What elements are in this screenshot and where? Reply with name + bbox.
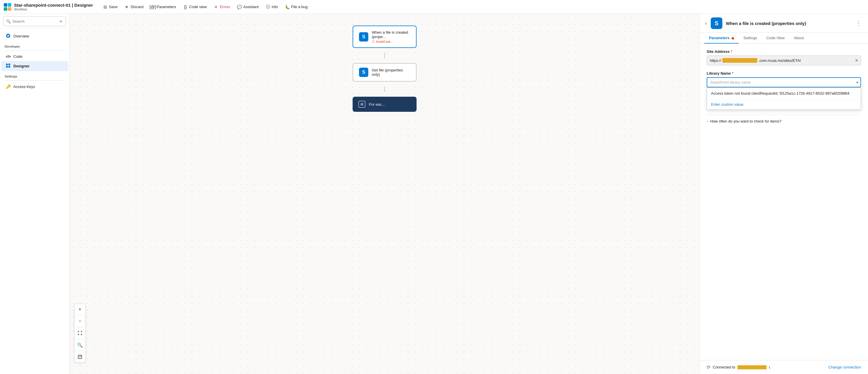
right-panel: › S When a file is created (properties o… <box>700 14 868 374</box>
developer-divider <box>5 50 65 51</box>
canvas-area: S When a file is created(prope... ⚠ Inva… <box>70 14 700 374</box>
sidebar-item-code[interactable]: </> Code <box>1 52 68 61</box>
tab-settings[interactable]: Settings <box>739 33 762 43</box>
sidebar-item-overview[interactable]: Overview <box>1 31 68 41</box>
svg-rect-8 <box>6 66 8 68</box>
connected-to-label: Connected to <box>713 365 735 369</box>
app-subtitle: Workflow <box>14 7 93 11</box>
svg-rect-6 <box>6 64 8 65</box>
toolbar: ⊟ Save ✕ Discard [@] Parameters {} Code … <box>100 3 311 11</box>
sidebar-item-overview-label: Overview <box>13 34 29 38</box>
site-address-required: * <box>731 49 732 54</box>
site-address-prefix: https:// <box>710 58 721 63</box>
svg-rect-7 <box>8 64 10 65</box>
for-each-icon: ⊞ <box>359 101 365 108</box>
panel-collapse-button[interactable]: › <box>704 20 707 27</box>
settings-section-header: Settings <box>0 71 69 79</box>
warning-text: Invalid par... <box>376 40 393 43</box>
trigger-node-icon: S <box>359 32 368 41</box>
save-icon: ⊟ <box>103 5 107 9</box>
code-view-button[interactable]: {} Code view <box>180 3 210 11</box>
panel-tabs: Parameters Settings Code View About <box>700 33 868 43</box>
developer-section-header: Developer <box>0 41 69 49</box>
file-bug-icon: 🐛 <box>285 5 289 9</box>
assistant-icon: 💬 <box>237 5 242 9</box>
panel-header: › S When a file is created (properties o… <box>700 14 868 33</box>
panel-content: Site Address * https:// .com.mcas.ms/sit… <box>700 43 868 360</box>
library-name-dropdown-wrapper: SharePoint library name ▾ Access token n… <box>707 77 861 88</box>
svg-rect-0 <box>4 3 7 7</box>
save-button[interactable]: ⊟ Save <box>100 3 121 11</box>
settings-divider <box>5 80 65 81</box>
connector-2 <box>384 86 385 92</box>
file-bug-label: File a bug <box>291 5 308 9</box>
site-address-suffix: .com.mcas.ms/sites/ETAI <box>758 58 801 63</box>
sidebar-item-access-keys[interactable]: 🔑 Access Keys <box>1 82 68 91</box>
svg-point-5 <box>7 35 9 37</box>
info-button[interactable]: ⓘ Info <box>263 3 281 11</box>
svg-rect-1 <box>8 3 11 7</box>
connector-1 <box>384 53 385 58</box>
app-title-area: Star-sharepoint-connect-01 | Designer Wo… <box>14 3 93 11</box>
panel-footer: ⟳ Connected to i. Change connection <box>700 360 868 374</box>
parameters-button[interactable]: [@] Parameters <box>147 3 179 11</box>
errors-icon: ✕ <box>214 5 218 9</box>
tab-about-label: About <box>794 36 804 40</box>
errors-label: Errors <box>220 5 230 9</box>
get-file-node-label: Get file (propertiesonly) <box>372 68 403 77</box>
main-layout: 🔍 « Overview Developer </> Code <box>0 14 868 374</box>
access-keys-icon: 🔑 <box>6 84 10 89</box>
svg-rect-10 <box>78 355 82 359</box>
collapsible-header[interactable]: › How often do you want to check for ite… <box>707 119 861 124</box>
collapsible-expand-icon: › <box>707 120 708 124</box>
search-input[interactable] <box>12 19 57 24</box>
site-address-redacted <box>722 58 757 63</box>
library-name-dropdown[interactable]: SharePoint library name <box>707 77 861 88</box>
zoom-out-button[interactable]: − <box>76 317 84 325</box>
trigger-node-content: When a file is created(prope... ⚠ Invali… <box>372 30 408 43</box>
search-box: 🔍 « <box>3 16 66 26</box>
discard-button[interactable]: ✕ Discard <box>122 3 146 11</box>
minimap-button[interactable] <box>76 353 84 361</box>
sidebar-item-access-keys-label: Access Keys <box>13 84 35 89</box>
library-name-label: Library Name * <box>707 71 861 75</box>
panel-more-button[interactable]: ⋮ <box>854 19 863 27</box>
library-name-placeholder: SharePoint library name <box>710 80 750 84</box>
search-canvas-button[interactable]: 🔍 <box>76 341 84 349</box>
for-each-node[interactable]: ⊞ For eac... <box>352 97 416 112</box>
site-address-clear-button[interactable]: ✕ <box>855 58 859 63</box>
minimap-icon <box>78 355 82 359</box>
errors-button[interactable]: ✕ Errors <box>211 3 233 11</box>
svg-rect-3 <box>8 7 11 11</box>
parameters-icon: [@] <box>150 5 155 9</box>
trigger-node[interactable]: S When a file is created(prope... ⚠ Inva… <box>352 26 416 48</box>
trigger-node-label: When a file is created(prope... <box>372 30 408 39</box>
connection-icon: ⟳ <box>707 365 710 370</box>
info-label: Info <box>272 5 278 9</box>
save-label: Save <box>109 5 118 9</box>
get-file-node[interactable]: S Get file (propertiesonly) <box>352 63 416 81</box>
zoom-in-button[interactable]: + <box>76 305 84 313</box>
change-connection-button[interactable]: Change connection <box>829 365 861 369</box>
site-address-field-group: Site Address * https:// .com.mcas.ms/sit… <box>707 49 861 65</box>
svg-rect-2 <box>4 7 7 11</box>
collapse-sidebar-button[interactable]: « <box>58 18 63 24</box>
sidebar-navigation: Overview Developer </> Code Designer Set… <box>0 29 69 374</box>
sidebar-item-designer[interactable]: Designer <box>1 61 68 71</box>
code-icon: </> <box>6 55 10 59</box>
tab-parameters[interactable]: Parameters <box>704 33 739 43</box>
file-bug-button[interactable]: 🐛 File a bug <box>282 3 310 11</box>
fit-view-button[interactable] <box>76 329 84 337</box>
app-title: Star-sharepoint-connect-01 | Designer <box>14 3 93 7</box>
tab-about[interactable]: About <box>789 33 808 43</box>
assistant-label: Assistant <box>243 5 259 9</box>
site-address-value: https:// .com.mcas.ms/sites/ETAI ✕ <box>707 56 861 65</box>
tab-parameters-label: Parameters <box>709 36 730 40</box>
assistant-button[interactable]: 💬 Assistant <box>234 3 261 11</box>
tab-code-view[interactable]: Code View <box>762 33 789 43</box>
collapsible-section: › How often do you want to check for ite… <box>707 115 861 128</box>
dropdown-enter-custom-value[interactable]: Enter custom value <box>707 99 861 109</box>
library-name-required: * <box>732 71 734 75</box>
info-icon: ⓘ <box>266 5 270 9</box>
site-address-label: Site Address * <box>707 49 861 54</box>
